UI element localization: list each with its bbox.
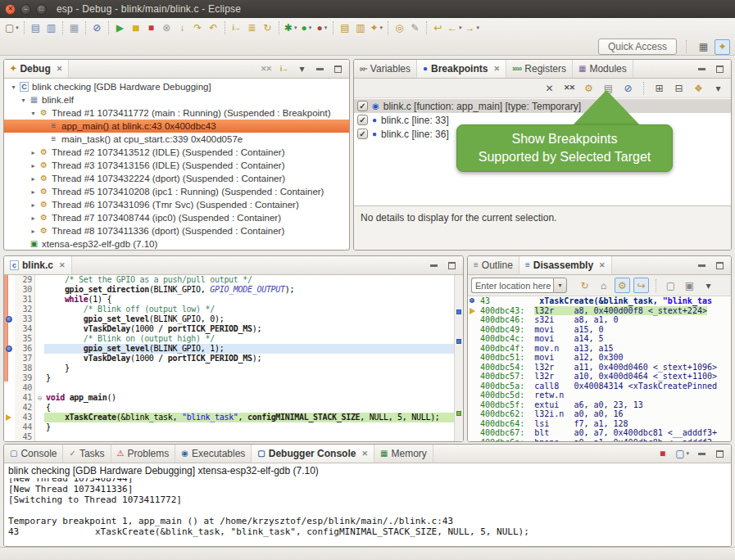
toggle-mark-occurrences-icon[interactable]: ✎ xyxy=(407,20,423,36)
group-breakpoints-icon[interactable]: ❖ xyxy=(691,80,706,96)
minimize-view-icon[interactable] xyxy=(427,259,441,273)
external-tools-icon[interactable]: ✦▾ xyxy=(368,20,384,36)
debug-tree-row[interactable]: ▾⚙Thread #1 1073411772 (main : Running) … xyxy=(4,106,349,120)
overview-mark-icon[interactable] xyxy=(456,411,461,416)
back-icon[interactable]: ←▾ xyxy=(446,20,464,36)
quick-access-button[interactable]: Quick Access xyxy=(598,38,677,55)
tab-executables[interactable]: ◉Executables xyxy=(175,445,252,463)
step-return-icon[interactable]: ↶ xyxy=(206,20,221,36)
location-dropdown-icon[interactable]: ▼ xyxy=(553,278,567,293)
expand-all-icon[interactable]: ⊞ xyxy=(651,80,667,96)
open-perspective-icon[interactable]: ▦ xyxy=(696,39,711,55)
disassembly-row[interactable]: 400dbc51: movi a12, 0x300 xyxy=(468,353,731,363)
debug-tree-row[interactable]: ▾▦blink.elf xyxy=(4,93,349,106)
editor-line[interactable]: 45 xyxy=(4,432,463,442)
editor-line[interactable]: 37 vTaskDelay(1000 / portTICK_PERIOD_MS)… xyxy=(4,354,463,364)
expand-arrow-icon[interactable]: ▾ xyxy=(19,97,28,104)
debug-icon[interactable]: ✱▾ xyxy=(283,20,299,36)
editor-line[interactable]: 33 gpio_set_level(BLINK_GPIO, 0); xyxy=(4,314,463,324)
disassembly-row[interactable]: 400dbc5a: call8 0x40084314 <xTaskCreateP… xyxy=(468,382,731,391)
instruction-stepping-icon[interactable]: i→ xyxy=(229,20,244,36)
fold-collapse-icon[interactable]: ⊖ xyxy=(35,393,44,403)
tab-blink.c[interactable]: cblink.c✕ xyxy=(4,256,72,274)
open-resource-icon[interactable]: ▥ xyxy=(352,20,368,36)
debug-tree-row[interactable]: ▸⚙Thread #7 1073408744 (ipc0) (Suspended… xyxy=(4,211,349,224)
tab-registers[interactable]: 1010Registers xyxy=(506,60,573,78)
debug-tree-row[interactable]: ≡app_main() at blink.c:43 0x400dbc43 xyxy=(4,120,349,133)
editor-line[interactable]: 38 } xyxy=(4,364,463,373)
editor-line[interactable]: 32 /* Blink off (output low) */ xyxy=(4,305,463,314)
breakpoint-marker-icon[interactable] xyxy=(6,345,12,352)
editor-line[interactable]: 41⊖void app_main() xyxy=(4,393,463,403)
disassembly-row[interactable]: 400dbc64: lsi f7, a1, 128 xyxy=(468,419,731,429)
debug-tree-row[interactable]: ▸⚙Thread #3 1073413156 (IDLE) (Suspended… xyxy=(4,159,349,172)
editor-line[interactable]: 43 xTaskCreate(&blink_task, "blink_task"… xyxy=(4,413,463,422)
breakpoint-row[interactable]: ✓◉blink.c [function: app_main] [type: Te… xyxy=(354,99,731,113)
maximize-view-icon[interactable] xyxy=(445,259,459,273)
expand-arrow-icon[interactable]: ▸ xyxy=(29,162,38,169)
tab-variables[interactable]: (x)=Variables xyxy=(354,60,417,78)
disassembly-row[interactable]: 400dbc67: blt a0, a7, 0x400dbc81 <__addd… xyxy=(468,428,731,438)
console-output[interactable]: blink checking [GDB Hardware Debugging] … xyxy=(4,463,731,547)
disassembly-row[interactable]: 400dbc46: s32i a8, a1, 0 xyxy=(468,315,731,325)
expand-arrow-icon[interactable]: ▸ xyxy=(29,215,38,222)
debug-perspective-icon[interactable]: ✦ xyxy=(715,39,730,55)
close-tab-icon[interactable]: ✕ xyxy=(599,261,606,269)
minimize-view-icon[interactable] xyxy=(313,62,327,76)
drop-to-frame-icon[interactable]: ↻ xyxy=(260,20,275,36)
disassembly-row[interactable]: 400dbc4f: mov.n a13, a15 xyxy=(468,344,731,354)
sync-with-active-debug-context-icon[interactable]: ⚙ xyxy=(615,278,630,293)
view-menu-icon[interactable]: ▾ xyxy=(701,278,716,293)
editor-line[interactable]: 42{ xyxy=(4,403,463,413)
code-editor[interactable]: 29 /* Set the GPIO as a push/pull output… xyxy=(4,275,463,442)
breakpoint-marker-icon[interactable] xyxy=(6,316,12,323)
minimize-view-icon[interactable] xyxy=(695,62,709,76)
expand-arrow-icon[interactable]: ▸ xyxy=(29,149,38,156)
instruction-stepping-mode-icon[interactable]: i→ xyxy=(277,62,291,76)
disassembly-row[interactable]: 400dbc62: l32i.n a0, a0, 16 xyxy=(468,409,731,419)
maximize-view-icon[interactable] xyxy=(713,62,727,76)
coverage-icon[interactable]: ●▾ xyxy=(314,20,329,36)
window-maximize-button[interactable]: □ xyxy=(36,4,47,15)
save-icon[interactable]: ▤ xyxy=(28,20,43,36)
expand-arrow-icon[interactable]: ▸ xyxy=(29,188,38,196)
editor-line[interactable]: 30 gpio_set_direction(BLINK_GPIO, GPIO_M… xyxy=(4,285,463,295)
disassembly-row[interactable]: 400dbc4c: movi a14, 5 xyxy=(468,334,731,344)
tab-console[interactable]: ▢Console xyxy=(4,445,63,463)
debug-tree-row[interactable]: ≡main_task() at cpu_start.c:339 0x400d05… xyxy=(4,133,349,146)
open-type-icon[interactable]: ▤ xyxy=(337,20,352,36)
maximize-view-icon[interactable] xyxy=(713,447,727,461)
debug-tree-row[interactable]: ▸⚙Thread #2 1073413512 (IDLE) (Suspended… xyxy=(4,146,349,159)
overview-mark-icon[interactable] xyxy=(456,309,461,314)
tab-breakpoints[interactable]: ●Breakpoints✕ xyxy=(417,60,506,78)
expand-arrow-icon[interactable]: ▾ xyxy=(29,110,38,117)
refresh-view-icon[interactable]: ↻ xyxy=(577,278,592,293)
disassembly-row[interactable]: 400dbc57: l32r a10, 0x400d0464 <_stext+1… xyxy=(468,372,731,382)
tab-modules[interactable]: ▦Modules xyxy=(573,60,633,78)
terminate-icon[interactable]: ■ xyxy=(656,447,669,461)
run-icon[interactable]: ●▾ xyxy=(298,20,314,36)
disassembly-row[interactable]: 400dbc49: movi a15, 0 xyxy=(468,325,731,335)
window-minimize-button[interactable]: – xyxy=(20,4,31,15)
debug-tree-row[interactable]: ▸⚙Thread #4 1073432224 (dport) (Suspende… xyxy=(4,172,349,185)
breakpoint-checkbox[interactable]: ✓ xyxy=(357,115,368,125)
disassembly-row[interactable]: 400dbc43: l32r a8, 0x400d00f8 <_stext+22… xyxy=(468,306,731,316)
maximize-view-icon[interactable] xyxy=(713,259,727,273)
editor-line[interactable]: 36 gpio_set_level(BLINK_GPIO, 1); xyxy=(4,344,463,354)
search-icon[interactable]: ◎ xyxy=(392,20,407,36)
copy-icon[interactable]: ▢ xyxy=(663,278,678,293)
collapse-all-icon[interactable]: ⊟ xyxy=(671,80,687,96)
new-wizard-icon[interactable]: ▢▾ xyxy=(3,20,20,36)
tab-tasks[interactable]: ✓Tasks xyxy=(63,445,111,463)
window-close-button[interactable]: ✕ xyxy=(5,4,16,15)
remove-all-terminated-icon[interactable]: ✕✕ xyxy=(259,62,273,76)
editor-line[interactable]: 39} xyxy=(4,373,463,383)
expand-arrow-icon[interactable]: ▸ xyxy=(29,228,38,235)
close-tab-icon[interactable]: ✕ xyxy=(59,261,66,269)
editor-line[interactable]: 29 /* Set the GPIO as a push/pull output… xyxy=(4,275,463,285)
build-binary-icon[interactable]: ▦ xyxy=(66,20,82,36)
export-icon[interactable]: ▣ xyxy=(682,278,697,293)
close-tab-icon[interactable]: ✕ xyxy=(493,65,500,73)
overview-ruler[interactable] xyxy=(454,275,463,442)
editor-line[interactable]: 31 while(1) { xyxy=(4,295,463,305)
